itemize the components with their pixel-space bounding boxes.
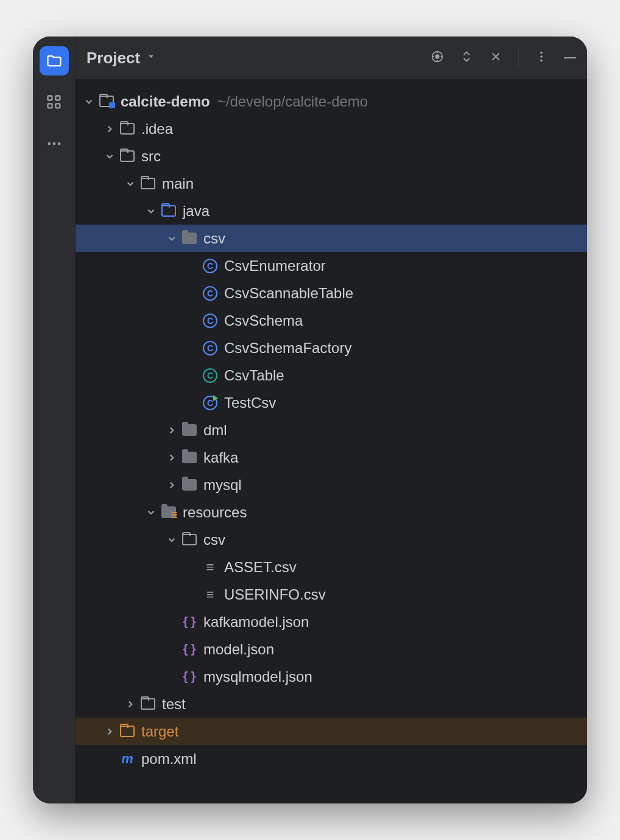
tree-node-label: CsvSchema: [224, 312, 303, 329]
tree-row[interactable]: ≡ASSET.csv: [76, 553, 587, 581]
project-tool-button[interactable]: [40, 46, 69, 75]
tree-node-label: mysqlmodel.json: [203, 668, 312, 685]
tree-node-label: kafkamodel.json: [203, 614, 309, 631]
svg-point-6: [57, 142, 60, 145]
more-tool-button[interactable]: [40, 129, 69, 158]
folder-icon: [181, 532, 197, 548]
tool-strip: [33, 37, 76, 803]
resources-folder-icon: [161, 505, 177, 520]
tree-node-label: main: [162, 175, 194, 192]
tree-row[interactable]: .idea: [76, 115, 587, 142]
tree-row[interactable]: csv: [76, 225, 587, 252]
tree-node-label: resources: [183, 504, 247, 521]
tree-row[interactable]: java: [76, 197, 587, 225]
tree-node-label: TestCsv: [224, 394, 276, 411]
tree-row[interactable]: kafka: [76, 444, 587, 471]
svg-rect-1: [48, 103, 52, 108]
tree-node-label: calcite-demo: [121, 93, 210, 110]
tree-node-label: CsvScannableTable: [224, 285, 353, 302]
text-file-icon: ≡: [202, 559, 218, 575]
select-opened-file-icon[interactable]: [431, 50, 444, 66]
json-file-icon: { }: [181, 669, 197, 685]
tree-row[interactable]: main: [76, 170, 587, 197]
tree-row[interactable]: { }mysqlmodel.json: [76, 663, 587, 690]
tree-node-label: USERINFO.csv: [224, 586, 326, 603]
tree-row[interactable]: CCsvSchemaFactory: [76, 334, 587, 362]
package-icon: [181, 477, 197, 493]
chevron-right-icon[interactable]: [164, 452, 179, 463]
svg-point-5: [52, 142, 55, 145]
separator: [518, 49, 519, 67]
tree-row[interactable]: test: [76, 690, 587, 718]
tree-node-label: test: [162, 696, 186, 713]
tree-row[interactable]: CCsvScannableTable: [76, 279, 587, 307]
tree-node-label: CsvTable: [224, 367, 284, 384]
tree-row[interactable]: csv: [76, 526, 587, 553]
panel-title: Project: [86, 49, 140, 68]
class-icon: C: [202, 285, 218, 301]
tree-row[interactable]: src: [76, 142, 587, 170]
expand-collapse-icon[interactable]: [460, 50, 473, 66]
tree-node-label: java: [183, 203, 210, 220]
tree-row[interactable]: CCsvTable: [76, 362, 587, 389]
package-icon: [181, 231, 197, 247]
abstract-class-icon: C: [202, 368, 218, 383]
tree-node-label: kafka: [203, 449, 238, 466]
source-folder-icon: [161, 203, 177, 219]
tree-node-label: mysql: [203, 477, 242, 494]
chevron-right-icon[interactable]: [102, 124, 117, 135]
package-icon: [181, 450, 197, 466]
chevron-right-icon[interactable]: [164, 480, 179, 491]
folder-icon: [119, 121, 135, 137]
tree-row[interactable]: CTestCsv: [76, 389, 587, 416]
tree-row[interactable]: CCsvSchema: [76, 307, 587, 334]
chevron-right-icon[interactable]: [164, 425, 179, 436]
class-icon: C: [202, 258, 218, 274]
tree-row[interactable]: mysql: [76, 471, 587, 499]
chevron-right-icon[interactable]: [102, 726, 117, 737]
chevron-down-icon[interactable]: [164, 534, 179, 545]
ide-project-tool-window: Project: [33, 37, 587, 803]
folder-icon: [140, 176, 156, 192]
main-panel: Project: [76, 37, 587, 803]
tree-node-path: ~/develop/calcite-demo: [217, 93, 368, 110]
tree-node-label: csv: [203, 230, 225, 247]
view-selector[interactable]: Project: [86, 49, 156, 68]
chevron-down-icon[interactable]: [164, 233, 179, 244]
class-icon: C: [202, 340, 218, 356]
tree-row[interactable]: target: [76, 718, 587, 745]
tree-node-label: CsvEnumerator: [224, 257, 326, 275]
structure-tool-button[interactable]: [40, 88, 69, 117]
tree-row[interactable]: { }model.json: [76, 635, 587, 663]
tree-row[interactable]: { }kafkamodel.json: [76, 608, 587, 635]
close-icon[interactable]: [489, 50, 502, 66]
svg-point-4: [48, 142, 51, 145]
class-icon: C: [202, 313, 218, 329]
minimize-icon[interactable]: [564, 57, 576, 58]
tree-row[interactable]: resources: [76, 499, 587, 526]
header-actions: [431, 49, 576, 67]
tree-row[interactable]: ≡USERINFO.csv: [76, 581, 587, 608]
chevron-down-icon[interactable]: [82, 96, 96, 107]
svg-rect-3: [55, 103, 60, 108]
tree-row[interactable]: calcite-demo~/develop/calcite-demo: [76, 88, 587, 115]
options-menu-icon[interactable]: [535, 50, 548, 66]
tree-node-label: dml: [203, 422, 227, 439]
chevron-down-icon[interactable]: [144, 507, 158, 518]
chevron-down-icon[interactable]: [102, 151, 117, 162]
tree-row[interactable]: dml: [76, 416, 587, 444]
tree-row[interactable]: mpom.xml: [76, 745, 587, 772]
package-icon: [181, 422, 197, 438]
tree-node-label: model.json: [203, 641, 274, 658]
chevron-right-icon[interactable]: [123, 699, 138, 710]
chevron-down-icon[interactable]: [123, 178, 138, 189]
project-tree[interactable]: calcite-demo~/develop/calcite-demo.ideas…: [76, 79, 587, 803]
svg-point-10: [540, 55, 543, 58]
json-file-icon: { }: [181, 642, 197, 657]
chevron-down-icon[interactable]: [144, 206, 158, 217]
svg-rect-2: [55, 96, 60, 100]
folder-icon: [140, 696, 156, 712]
svg-rect-0: [48, 96, 52, 100]
panel-header: Project: [76, 37, 587, 79]
tree-row[interactable]: CCsvEnumerator: [76, 252, 587, 279]
